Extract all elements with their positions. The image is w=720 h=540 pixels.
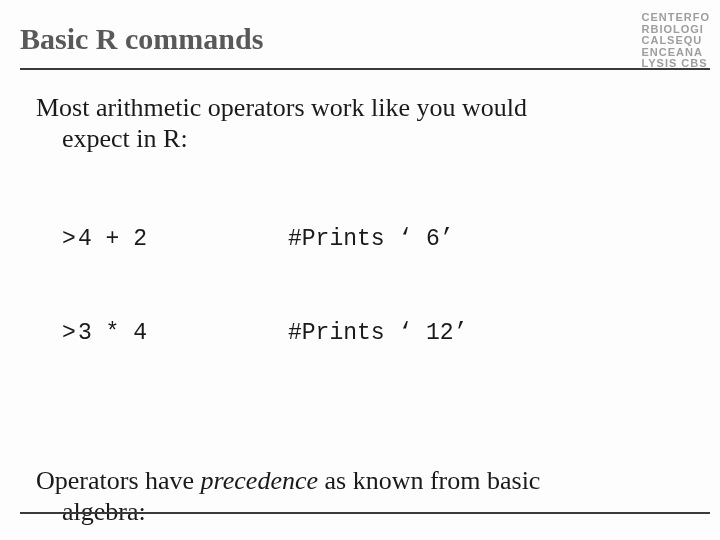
divider-top [20,68,710,70]
prompt: > [62,224,78,255]
logo-line: CALSEQU [642,34,703,46]
code-command: 4 + 2 [78,224,288,255]
code-line: > 3 * 4 #Prints ‘ 12’ [62,318,696,349]
org-logo-text: CENTERFO RBIOLOGI CALSEQU ENCEANA LYSIS … [642,12,711,70]
text-run: as known from basic [318,466,540,495]
logo-line: CENTERFO [642,11,711,23]
logo-line: ENCEANA [642,46,703,58]
text-emphasis: precedence [201,466,318,495]
prompt: > [62,318,78,349]
paragraph-arithmetic: Most arithmetic operators work like you … [36,92,696,154]
code-command: 3 * 4 [78,318,288,349]
code-comment: #Prints ‘ 12’ [288,318,696,349]
spacer [36,439,696,465]
text-line: expect in R: [36,123,696,154]
body: Most arithmetic operators work like you … [36,92,696,540]
text-run: Operators have [36,466,201,495]
code-block-arithmetic: > 4 + 2 #Prints ‘ 6’ > 3 * 4 #Prints ‘ 1… [62,162,696,410]
code-line: > 4 + 2 #Prints ‘ 6’ [62,224,696,255]
page-title: Basic R commands [20,22,263,56]
divider-bottom [20,512,710,514]
slide: CENTERFO RBIOLOGI CALSEQU ENCEANA LYSIS … [0,0,720,540]
code-comment: #Prints ‘ 6’ [288,224,696,255]
code-block-precedence: > 1 + 2 * 4 #Prints ‘ 9’, while > (1 + 2… [62,535,696,540]
logo-line: RBIOLOGI [642,23,704,35]
text-line: Most arithmetic operators work like you … [36,93,527,122]
text-line: Operators have precedence as known from … [36,466,540,495]
paragraph-precedence: Operators have precedence as known from … [36,465,696,527]
